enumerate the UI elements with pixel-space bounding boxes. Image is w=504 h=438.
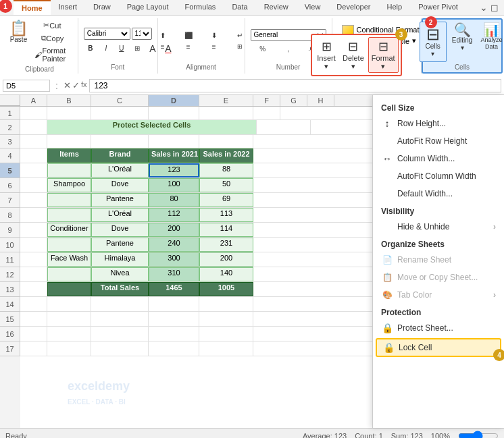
align-left-button[interactable]: ≡ bbox=[151, 43, 175, 51]
col-header-c[interactable]: C bbox=[91, 95, 149, 106]
row-num-7[interactable]: 7 bbox=[0, 193, 20, 208]
cell-b10[interactable] bbox=[47, 238, 91, 252]
insert-button[interactable]: ⊞ Insert ▾ bbox=[314, 37, 338, 73]
cell-e8[interactable]: 113 bbox=[199, 208, 253, 222]
font-name-select[interactable]: Calibri bbox=[84, 28, 130, 40]
row-num-10[interactable]: 10 bbox=[0, 238, 20, 252]
autofit-row-height-item[interactable]: AutoFit Row Height bbox=[373, 132, 504, 150]
cell-e6[interactable]: 50 bbox=[199, 178, 253, 192]
cell-d8[interactable]: 112 bbox=[149, 208, 199, 222]
cell-d6[interactable]: 100 bbox=[149, 178, 199, 192]
formula-input[interactable] bbox=[89, 79, 501, 92]
autofit-column-item[interactable]: AutoFit Column Width bbox=[373, 167, 504, 185]
cell-a6[interactable] bbox=[20, 178, 47, 192]
align-right-button[interactable]: ≡ bbox=[202, 43, 226, 51]
cell-a2[interactable] bbox=[20, 120, 47, 134]
cell-b9[interactable]: Conditioner bbox=[47, 223, 91, 237]
row-num-11[interactable]: 11 bbox=[0, 252, 20, 267]
tab-insert[interactable]: Insert bbox=[51, 0, 86, 15]
italic-button[interactable]: I bbox=[99, 44, 113, 53]
rename-sheet-item[interactable]: 📄 Rename Sheet bbox=[373, 251, 504, 269]
tab-draw[interactable]: Draw bbox=[85, 0, 119, 15]
cell-f1[interactable] bbox=[253, 107, 280, 119]
cell-d10[interactable]: 240 bbox=[149, 238, 199, 252]
cell-e4-sales2022[interactable]: Sales in 2022 bbox=[199, 148, 253, 163]
cell-c12[interactable]: Nivea bbox=[91, 267, 149, 281]
analyze-data-button[interactable]: 📊 Analyze Data bbox=[478, 22, 504, 51]
cell-e7[interactable]: 69 bbox=[199, 193, 253, 207]
row-num-14[interactable]: 14 bbox=[0, 297, 20, 312]
delete-button[interactable]: ⊟ Delete ▾ bbox=[340, 37, 367, 73]
cell-title[interactable]: Protect Selected Cells bbox=[47, 120, 257, 134]
row-num-12[interactable]: 12 bbox=[0, 267, 20, 282]
cell-e11[interactable]: 200 bbox=[199, 252, 253, 267]
column-width-item[interactable]: ↔ Column Width... bbox=[373, 150, 504, 167]
cell-a7[interactable] bbox=[20, 193, 47, 207]
cell-a3[interactable] bbox=[20, 135, 47, 148]
zoom-slider[interactable] bbox=[458, 432, 499, 439]
tab-page-layout[interactable]: Page Layout bbox=[119, 0, 177, 15]
cell-b13[interactable] bbox=[47, 282, 91, 296]
cell-a8[interactable] bbox=[20, 208, 47, 222]
cell-a11[interactable] bbox=[20, 252, 47, 267]
cell-f2[interactable] bbox=[257, 120, 311, 134]
cell-reference-box[interactable] bbox=[3, 80, 50, 92]
cell-a10[interactable] bbox=[20, 238, 47, 252]
row-num-1[interactable]: 1 bbox=[0, 107, 20, 120]
comma-button[interactable]: , bbox=[276, 45, 301, 53]
cell-c5[interactable]: L'Oréal bbox=[91, 163, 149, 177]
tab-view[interactable]: View bbox=[297, 0, 329, 15]
cell-b8[interactable] bbox=[47, 208, 91, 222]
row-num-16[interactable]: 16 bbox=[0, 327, 20, 341]
cell-a5[interactable] bbox=[20, 163, 47, 177]
row-num-15[interactable]: 15 bbox=[0, 312, 20, 327]
cell-b5[interactable] bbox=[47, 163, 91, 177]
col-header-a[interactable]: A bbox=[20, 95, 47, 106]
align-bottom-button[interactable]: ⬇ bbox=[202, 31, 226, 40]
protect-sheet-item[interactable]: 🔒 Protect Sheet... bbox=[373, 319, 504, 337]
align-middle-button[interactable]: ⬛ bbox=[176, 31, 201, 40]
cell-a12[interactable] bbox=[20, 267, 47, 281]
tab-power-pivot[interactable]: Power Pivot bbox=[410, 0, 466, 15]
cell-c1[interactable] bbox=[91, 107, 149, 119]
cell-b7[interactable] bbox=[47, 193, 91, 207]
cell-e3[interactable] bbox=[199, 135, 253, 148]
cell-b3[interactable] bbox=[47, 135, 91, 148]
paste-button[interactable]: 📋 Paste bbox=[6, 20, 30, 45]
col-header-g[interactable]: G bbox=[280, 95, 307, 106]
lock-cell-item[interactable]: 🔒 Lock Cell bbox=[376, 338, 501, 357]
cell-c6[interactable]: Dove bbox=[91, 178, 149, 192]
col-header-e[interactable]: E bbox=[199, 95, 253, 106]
row-num-8[interactable]: 8 bbox=[0, 208, 20, 223]
cancel-formula-icon[interactable]: ✕ bbox=[64, 80, 71, 90]
font-size-select[interactable]: 11 bbox=[132, 28, 152, 40]
col-header-f[interactable]: F bbox=[253, 95, 280, 106]
cell-b12[interactable] bbox=[47, 267, 91, 281]
cell-d9[interactable]: 200 bbox=[149, 223, 199, 237]
row-num-6[interactable]: 6 bbox=[0, 178, 20, 193]
cell-a4[interactable] bbox=[20, 148, 47, 163]
cell-a13[interactable] bbox=[20, 282, 47, 296]
col-header-h[interactable]: H bbox=[307, 95, 334, 106]
copy-button[interactable]: ⧉ Copy bbox=[32, 32, 72, 44]
cell-e10[interactable]: 231 bbox=[199, 238, 253, 252]
cell-c7[interactable]: Pantene bbox=[91, 193, 149, 207]
cell-e13[interactable]: 1005 bbox=[199, 282, 253, 296]
cell-c4-brand[interactable]: Brand bbox=[91, 148, 149, 163]
format-button[interactable]: ⊟ Format ▾ bbox=[368, 37, 399, 73]
cell-d4-sales2021[interactable]: Sales in 2021 bbox=[149, 148, 199, 163]
tab-review[interactable]: Review bbox=[256, 0, 297, 15]
cell-a1[interactable] bbox=[20, 107, 47, 119]
cell-d12[interactable]: 310 bbox=[149, 267, 199, 281]
confirm-formula-icon[interactable]: ✓ bbox=[72, 80, 80, 90]
cell-c8[interactable]: L'Oréal bbox=[91, 208, 149, 222]
cell-d1[interactable] bbox=[149, 107, 199, 119]
cell-d7[interactable]: 80 bbox=[149, 193, 199, 207]
cell-d11[interactable]: 300 bbox=[149, 252, 199, 267]
tab-help[interactable]: Help bbox=[379, 0, 411, 15]
cell-e12[interactable]: 140 bbox=[199, 267, 253, 281]
tab-data[interactable]: Data bbox=[224, 0, 255, 15]
ribbon-collapse-icon[interactable]: ⌄ bbox=[480, 2, 488, 13]
bold-button[interactable]: B bbox=[84, 44, 97, 53]
percent-button[interactable]: % bbox=[251, 45, 275, 53]
